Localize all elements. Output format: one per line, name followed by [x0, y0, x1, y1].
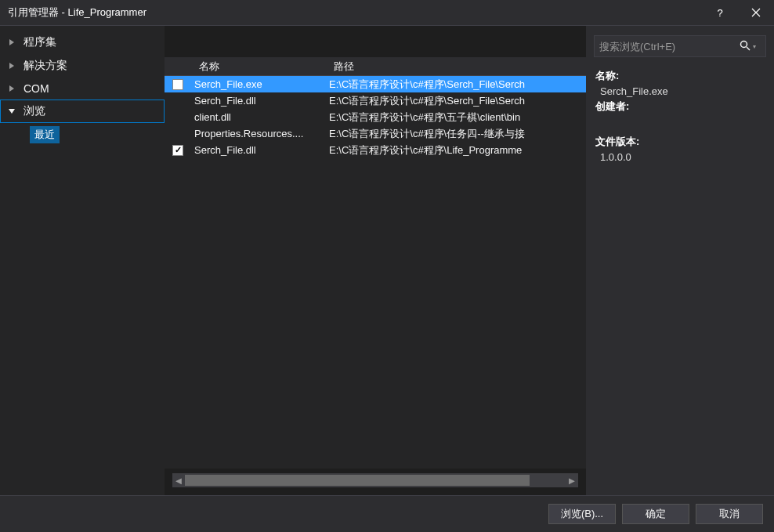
center-panel: 名称 路径 Serch_File.exeE:\C语言程序设计\c#程序\Serc…: [165, 26, 586, 495]
table-row[interactable]: Serch_File.exeE:\C语言程序设计\c#程序\Serch_File…: [165, 76, 586, 92]
caret-right-icon: [8, 62, 19, 70]
row-path: E:\C语言程序设计\c#程序\五子棋\client\bin: [326, 110, 586, 125]
help-button[interactable]: ?: [702, 0, 738, 25]
sidebar-item-label: 解决方案: [24, 59, 67, 73]
scroll-left-arrow-icon[interactable]: ◄: [172, 473, 185, 487]
checkbox[interactable]: [172, 79, 183, 90]
sidebar-item-label: COM: [24, 82, 49, 95]
svg-point-0: [741, 41, 747, 47]
scroll-right-arrow-icon[interactable]: ►: [566, 473, 578, 487]
table-row[interactable]: Serch_File.dllE:\C语言程序设计\c#程序\Serch_File…: [165, 92, 586, 109]
sidebar-subitem-recent[interactable]: 最近: [30, 126, 60, 143]
search-icon[interactable]: [737, 40, 753, 53]
sidebar-item-solution[interactable]: 解决方案: [0, 54, 165, 78]
ok-button[interactable]: 确定: [622, 504, 689, 524]
details-content: 名称: Serch_File.exe 创建者: 文件版本: 1.0.0.0: [586, 63, 774, 169]
search-input[interactable]: [599, 41, 737, 52]
detail-version-label: 文件版本:: [595, 136, 639, 147]
checkbox[interactable]: [172, 145, 183, 156]
footer: 浏览(B)... 确定 取消: [0, 495, 774, 532]
titlebar: 引用管理器 - Life_Programmer ?: [0, 0, 774, 25]
row-path: E:\C语言程序设计\c#程序\Life_Programme: [326, 143, 586, 157]
detail-creator-label: 创建者:: [595, 100, 629, 112]
row-path: E:\C语言程序设计\c#程序\Serch_File\Serch: [326, 94, 586, 108]
row-path: E:\C语言程序设计\c#程序\任务四--继承与接: [326, 127, 586, 141]
column-header-name[interactable]: 名称: [191, 60, 326, 74]
row-checkbox-cell[interactable]: [165, 79, 191, 90]
row-name: Properties.Resources....: [191, 128, 326, 139]
svg-line-1: [747, 47, 750, 50]
close-button[interactable]: [738, 0, 774, 25]
details-panel: ▾ 名称: Serch_File.exe 创建者: 文件版本: 1.0.0.0: [586, 26, 774, 495]
sidebar: 程序集 解决方案 COM 浏览 最近: [0, 26, 165, 495]
caret-right-icon: [8, 38, 19, 46]
chevron-down-icon[interactable]: ▾: [753, 43, 761, 50]
row-name: Serch_File.dll: [191, 144, 326, 156]
scrollbar-thumb[interactable]: [185, 475, 530, 486]
search-box[interactable]: ▾: [594, 35, 766, 57]
table-body: Serch_File.exeE:\C语言程序设计\c#程序\Serch_File…: [165, 76, 586, 469]
column-header-path[interactable]: 路径: [326, 60, 586, 74]
close-icon: [751, 8, 761, 17]
detail-name-label: 名称:: [595, 70, 619, 81]
sidebar-item-browse[interactable]: 浏览: [0, 100, 165, 123]
main-area: 程序集 解决方案 COM 浏览 最近 名称 路径 Serch_File.exeE…: [0, 25, 774, 495]
sidebar-item-assemblies[interactable]: 程序集: [0, 31, 165, 54]
row-name: Serch_File.exe: [191, 78, 326, 90]
table-row[interactable]: client.dllE:\C语言程序设计\c#程序\五子棋\client\bin: [165, 109, 586, 125]
table-row[interactable]: Serch_File.dllE:\C语言程序设计\c#程序\Life_Progr…: [165, 142, 586, 158]
cancel-button[interactable]: 取消: [696, 504, 763, 524]
detail-name-value: Serch_File.exe: [600, 85, 668, 97]
browse-button[interactable]: 浏览(B)...: [548, 504, 616, 524]
table-row[interactable]: Properties.Resources....E:\C语言程序设计\c#程序\…: [165, 125, 586, 142]
sidebar-item-com[interactable]: COM: [0, 78, 165, 100]
row-name: client.dll: [191, 111, 326, 123]
row-path: E:\C语言程序设计\c#程序\Serch_File\Serch: [326, 78, 586, 92]
sidebar-item-label: 浏览: [24, 104, 45, 118]
window-title: 引用管理器 - Life_Programmer: [8, 5, 702, 20]
horizontal-scrollbar[interactable]: ◄ ►: [172, 473, 578, 487]
row-name: Serch_File.dll: [191, 95, 326, 107]
table-header: 名称 路径: [165, 57, 586, 76]
caret-down-icon: [8, 107, 19, 115]
caret-right-icon: [8, 85, 19, 92]
sidebar-item-label: 程序集: [24, 35, 56, 49]
row-checkbox-cell[interactable]: [165, 145, 191, 156]
detail-version-value: 1.0.0.0: [600, 151, 631, 163]
